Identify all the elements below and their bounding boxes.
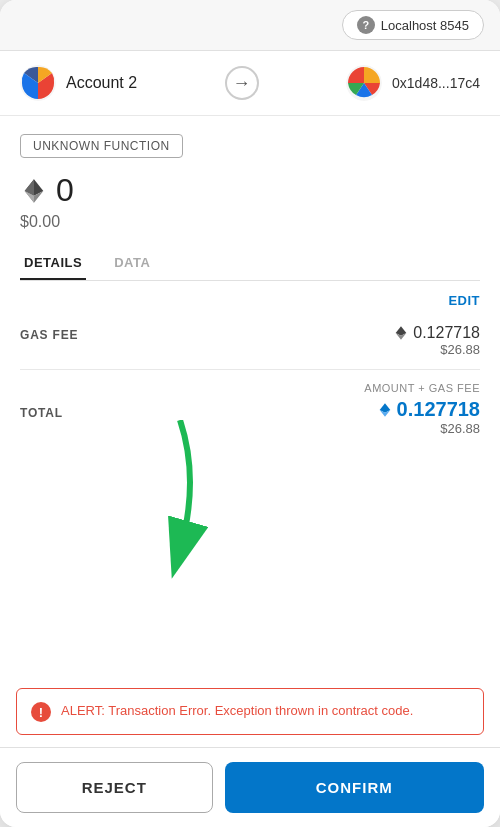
bottom-buttons: REJECT CONFIRM [0, 747, 500, 827]
gas-fee-eth: 0.127718 [393, 324, 480, 342]
details-section: EDIT GAS FEE 0.127718 $26.88 [0, 281, 500, 688]
gas-fee-values: 0.127718 $26.88 [393, 324, 480, 357]
account-left: Account 2 [20, 65, 137, 101]
total-sublabel: AMOUNT + GAS FEE [364, 382, 480, 394]
tab-details[interactable]: DETAILS [20, 247, 86, 280]
app-frame: ? Localhost 8545 [0, 0, 500, 827]
main-content: UNKNOWN FUNCTION 0 $0.00 DETAILS DATA ED… [0, 116, 500, 747]
alert-error-icon: ! [31, 702, 51, 722]
alert-box: ! ALERT: Transaction Error. Exception th… [16, 688, 484, 735]
eth-icon-total [377, 402, 393, 418]
transaction-eth-amount: 0 [56, 172, 74, 209]
transfer-arrow-icon: → [225, 66, 259, 100]
account-row: Account 2 → 0x1d48...17c4 [0, 51, 500, 116]
account-right: 0x1d48...17c4 [346, 65, 480, 101]
transaction-header: UNKNOWN FUNCTION 0 $0.00 [0, 116, 500, 247]
transaction-usd-amount: $0.00 [20, 213, 480, 231]
function-badge: UNKNOWN FUNCTION [20, 134, 183, 158]
total-label: TOTAL [20, 382, 63, 420]
from-avatar [20, 65, 56, 101]
alert-message: ALERT: Transaction Error. Exception thro… [61, 701, 413, 721]
to-address: 0x1d48...17c4 [392, 75, 480, 91]
localhost-badge[interactable]: ? Localhost 8545 [342, 10, 484, 40]
gas-fee-row: GAS FEE 0.127718 $26.88 [20, 312, 480, 370]
eth-icon-large [20, 177, 48, 205]
eth-icon-gas [393, 325, 409, 341]
gas-fee-usd: $26.88 [393, 342, 480, 357]
tab-data[interactable]: DATA [110, 247, 154, 280]
total-values: AMOUNT + GAS FEE 0.127718 $26.88 [364, 382, 480, 436]
reject-button[interactable]: REJECT [16, 762, 213, 813]
localhost-label: Localhost 8545 [381, 18, 469, 33]
total-row: TOTAL AMOUNT + GAS FEE 0.127718 $26.88 [20, 370, 480, 452]
tabs: DETAILS DATA [20, 247, 480, 281]
confirm-button[interactable]: CONFIRM [225, 762, 485, 813]
help-icon[interactable]: ? [357, 16, 375, 34]
total-usd: $26.88 [364, 421, 480, 436]
top-bar: ? Localhost 8545 [0, 0, 500, 51]
from-account-name: Account 2 [66, 74, 137, 92]
amount-row: 0 [20, 172, 480, 209]
edit-link[interactable]: EDIT [20, 281, 480, 312]
svg-marker-4 [25, 179, 34, 195]
total-eth: 0.127718 [364, 398, 480, 421]
gas-fee-label: GAS FEE [20, 324, 78, 342]
to-avatar [346, 65, 382, 101]
